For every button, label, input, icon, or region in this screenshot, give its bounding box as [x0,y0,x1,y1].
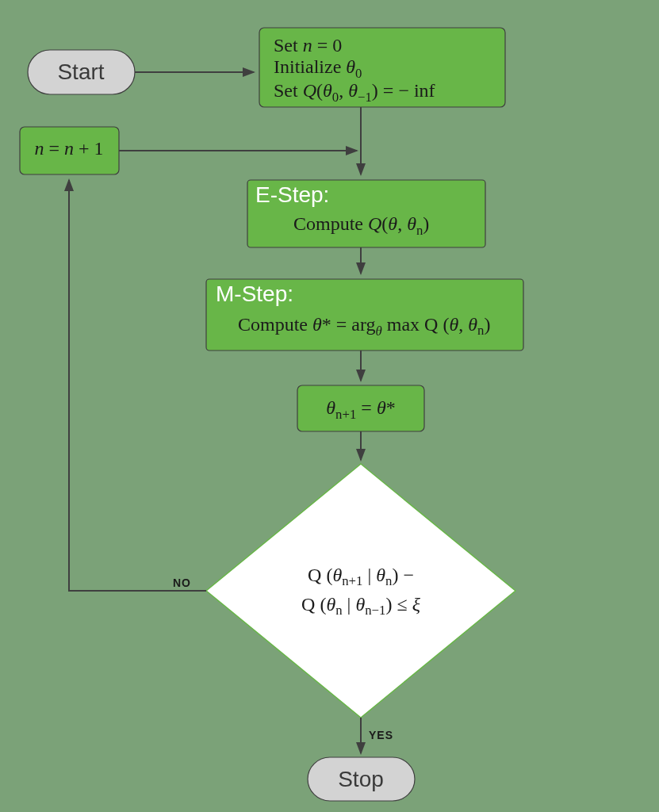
svg-text:Q (θn | θn−1) ≤ ξ: Q (θn | θn−1) ≤ ξ [301,594,421,618]
stop-node: Stop [308,757,415,801]
start-node: Start [28,50,135,94]
start-label: Start [57,59,104,84]
estep-title: E-Step: [255,182,329,207]
yes-label: YES [369,729,393,741]
em-flowchart: Start Set n = 0 Initialize θ0 Set Q(θ0, … [0,0,659,812]
svg-text:n = n + 1: n = n + 1 [34,138,103,159]
no-label: NO [173,576,191,589]
svg-text:Set n = 0: Set n = 0 [274,35,342,56]
mstep-title: M-Step: [216,282,293,306]
stop-label: Stop [338,767,384,791]
